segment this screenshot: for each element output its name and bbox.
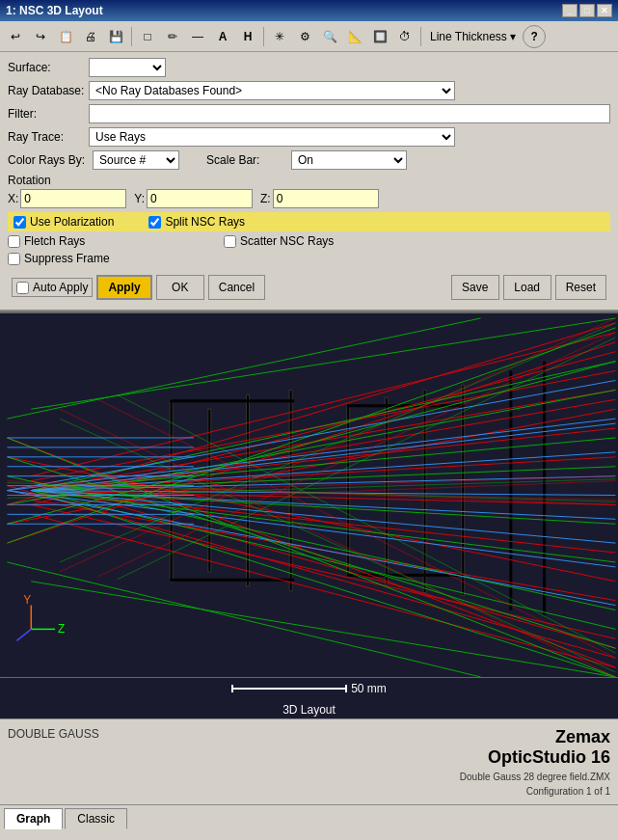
minimize-button[interactable]: _ [562, 4, 578, 17]
fletch-rays-checkbox[interactable] [8, 235, 20, 248]
auto-apply-checkbox[interactable] [16, 282, 29, 294]
text-button[interactable]: A [211, 25, 234, 48]
ray-database-select[interactable]: <No Ray Databases Found> [89, 81, 455, 100]
layout-label: 3D Layout [0, 701, 618, 718]
scatter-nsc-rays-item: Scatter NSC Rays [224, 234, 334, 248]
bottom-left: DOUBLE GAUSS [0, 719, 406, 804]
toolbar: ↩ ↪ 📋 🖨 💾 □ ✏ — A H ✳ ⚙ 🔍 📐 🔲 ⏱ Line Thi… [0, 21, 618, 52]
draw-button[interactable]: ✏ [161, 25, 184, 48]
rotation-x-input[interactable] [20, 189, 126, 208]
color-rays-by-select[interactable]: Source # [93, 150, 179, 170]
filter-input[interactable] [89, 104, 610, 123]
timer-button[interactable]: ⏱ [393, 25, 416, 48]
svg-text:Y: Y [23, 593, 31, 607]
bottom-right: Zemax OpticStudio 16 Double Gauss 28 deg… [406, 719, 618, 804]
settings-button[interactable]: ✳ [268, 25, 291, 48]
apply-button[interactable]: Apply [96, 275, 151, 300]
svg-rect-5 [170, 399, 294, 402]
visualization-area: Z Y [0, 312, 618, 678]
config-button[interactable]: ⚙ [293, 25, 316, 48]
rotation-z-field: Z: [260, 189, 379, 208]
tab-classic[interactable]: Classic [65, 808, 127, 829]
redo-button[interactable]: ↪ [29, 25, 52, 48]
scatter-nsc-rays-checkbox[interactable] [224, 235, 236, 248]
color-rays-row: Color Rays By: Source # Scale Bar: On [8, 150, 610, 170]
window-controls[interactable]: _ □ ✕ [562, 4, 612, 17]
print-button[interactable]: 🖨 [79, 25, 102, 48]
layout-title: 3D Layout [282, 703, 336, 717]
separator-1 [131, 27, 132, 46]
close-button[interactable]: ✕ [597, 4, 612, 17]
line-button[interactable]: — [186, 25, 209, 48]
separator-3 [420, 27, 421, 46]
suppress-frame-label: Suppress Frame [24, 252, 110, 265]
yellow-checkbox-row: Use Polarization Split NSC Rays [8, 212, 610, 231]
scale-bar-select[interactable]: On [291, 150, 407, 170]
scale-bar-text: 50 mm [351, 682, 387, 695]
rotation-z-label: Z: [260, 192, 271, 205]
use-polarization-label: Use Polarization [30, 215, 114, 229]
color-rays-by-label: Color Rays By: [8, 153, 85, 167]
bottom-info: DOUBLE GAUSS Zemax OpticStudio 16 Double… [0, 718, 618, 804]
cancel-button[interactable]: Cancel [208, 275, 265, 300]
buttons-row: Auto Apply Apply OK Cancel Save Load Res… [8, 271, 610, 304]
svg-text:Z: Z [58, 622, 65, 636]
separator-2 [263, 27, 264, 46]
rotation-z-input[interactable] [273, 189, 379, 208]
double-gauss-label: DOUBLE GAUSS [8, 727, 99, 741]
use-polarization-checkbox[interactable] [13, 216, 26, 229]
save-button[interactable]: 💾 [104, 25, 127, 48]
maximize-button[interactable]: □ [579, 4, 595, 17]
filter-row: Filter: [8, 104, 610, 123]
rotation-x-field: X: [8, 189, 126, 208]
filter-label: Filter: [8, 107, 85, 121]
auto-apply-label: Auto Apply [33, 281, 88, 294]
ray-database-row: Ray Database: <No Ray Databases Found> [8, 81, 610, 100]
rotation-section: Rotation X: Y: Z: [8, 174, 610, 208]
grid-button[interactable]: 🔲 [368, 25, 391, 48]
split-nsc-rays-item: Split NSC Rays [148, 215, 245, 229]
suppress-frame-item: Suppress Frame [8, 252, 110, 265]
settings-panel: Surface: Ray Database: <No Ray Databases… [0, 52, 618, 312]
line-thickness-button[interactable]: Line Thickness ▾ [425, 25, 521, 48]
undo-button[interactable]: ↩ [4, 25, 27, 48]
config-info: Configuration 1 of 1 [414, 786, 610, 797]
split-nsc-rays-checkbox[interactable] [148, 216, 161, 229]
title-bar: 1: NSC 3D Layout _ □ ✕ [0, 0, 618, 21]
svg-rect-6 [170, 579, 294, 582]
surface-select[interactable] [89, 58, 166, 77]
tabs-row: Graph Classic [0, 804, 618, 828]
crosshair-button[interactable]: H [236, 25, 259, 48]
zemax-brand: Zemax [414, 727, 610, 747]
fletch-rays-label: Fletch Rays [24, 234, 85, 248]
scatter-nsc-rays-label: Scatter NSC Rays [240, 234, 334, 248]
surface-label: Surface: [8, 61, 85, 74]
select-button[interactable]: □ [136, 25, 159, 48]
ray-trace-select[interactable]: Use Rays [89, 127, 455, 147]
rotation-row: X: Y: Z: [8, 189, 610, 208]
zoom-button[interactable]: 🔍 [318, 25, 341, 48]
split-nsc-rays-label: Split NSC Rays [165, 215, 245, 229]
rotation-y-input[interactable] [147, 189, 253, 208]
rotation-y-label: Y: [134, 192, 145, 205]
measure-button[interactable]: 📐 [343, 25, 366, 48]
scale-bar-label: Scale Bar: [206, 153, 283, 167]
ok-button[interactable]: OK [156, 275, 204, 300]
rotation-label: Rotation [8, 174, 610, 187]
fletch-rays-item: Fletch Rays [8, 234, 220, 248]
svg-rect-13 [509, 371, 512, 610]
rotation-x-label: X: [8, 192, 18, 205]
suppress-frame-checkbox[interactable] [8, 253, 20, 265]
help-button[interactable]: ? [523, 25, 546, 48]
window-title: 1: NSC 3D Layout [6, 4, 103, 17]
ray-trace-row: Ray Trace: Use Rays [8, 127, 610, 147]
reset-button[interactable]: Reset [555, 275, 606, 300]
load-button[interactable]: Load [503, 275, 551, 300]
svg-rect-8 [385, 397, 388, 584]
copy-button[interactable]: 📋 [54, 25, 77, 48]
fletch-scatter-row: Fletch Rays Scatter NSC Rays [8, 234, 610, 248]
save-file-button[interactable]: Save [451, 275, 499, 300]
auto-apply-wrapper: Auto Apply [12, 278, 93, 297]
tab-graph[interactable]: Graph [4, 808, 63, 829]
file-name: Double Gauss 28 degree field.ZMX [414, 772, 610, 782]
